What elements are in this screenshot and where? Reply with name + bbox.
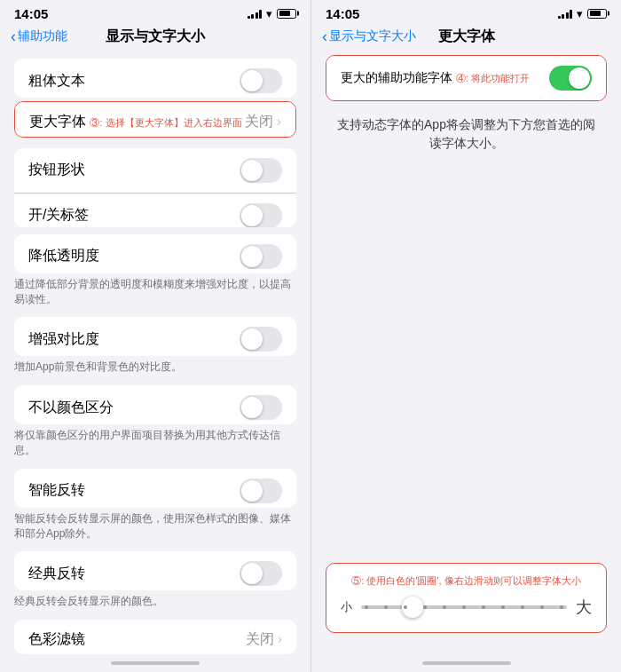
classic-invert-label: 经典反转 [28, 565, 240, 583]
larger-text-value: 关闭 [245, 113, 273, 131]
button-shapes-label: 按钮形状 [28, 161, 240, 179]
nav-title-left: 显示与文字大小 [106, 28, 205, 46]
font-size-slider-section: ⑤: 使用白色的'圆圈', 像右边滑动则可以调整字体大小 小 [326, 563, 607, 633]
accessibility-font-annotation: ④: 将此功能打开 [456, 73, 530, 83]
larger-text-label: 更大字体 ③: 选择【更大字体】进入右边界面 [29, 113, 245, 131]
nav-bar-right: ‹ 显示与文字大小 更大字体 [311, 25, 621, 51]
bold-text-toggle[interactable] [240, 68, 282, 93]
larger-text-annotation: ③: 选择【更大字体】进入右边界面 [90, 117, 241, 128]
right-description: 支持动态字体的App将会调整为下方您首选的阅读字体大小。 [311, 105, 621, 163]
accessibility-font-label: 更大的辅助功能字体 ④: 将此功能打开 [341, 70, 549, 86]
font-size-slider[interactable] [361, 605, 567, 609]
group-bold-text: 粗体文本 [14, 59, 296, 98]
list-item-smart-invert[interactable]: 智能反转 [14, 469, 296, 508]
differentiate-toggle[interactable] [240, 395, 282, 420]
group-larger-text: 更大字体 ③: 选择【更大字体】进入右边界面 关闭 › [14, 101, 296, 138]
wifi-icon-right: ▾ [577, 7, 583, 20]
smart-invert-label: 智能反转 [28, 481, 240, 500]
increase-contrast-description: 增加App前景色和背景色的对比度。 [0, 356, 310, 382]
right-content: 更大的辅助功能字体 ④: 将此功能打开 支持动态字体的App将会调整为下方您首选… [311, 51, 621, 654]
group-increase-contrast: 增强对比度 [14, 317, 296, 356]
larger-text-chevron-icon: › [277, 114, 281, 130]
home-indicator-right [311, 654, 621, 672]
list-item-accessibility-font[interactable]: 更大的辅助功能字体 ④: 将此功能打开 [326, 56, 606, 100]
differentiate-description: 将仅靠颜色区分的用户界面项目替换为用其他方式传达信息。 [0, 424, 310, 465]
classic-invert-description: 经典反转会反转显示屏的颜色。 [0, 590, 310, 616]
group-smart-invert: 智能反转 [14, 469, 296, 508]
group-color-filters: 色彩滤镜 关闭 › [14, 620, 296, 654]
increase-contrast-toggle[interactable] [240, 327, 282, 352]
smart-invert-toggle[interactable] [240, 478, 282, 503]
color-filters-chevron-icon: › [278, 631, 282, 647]
back-button-left[interactable]: ‹ 辅助功能 [11, 28, 67, 44]
status-bar-left: 14:05 ▾ [0, 0, 310, 25]
list-item-larger-text[interactable]: 更大字体 ③: 选择【更大字体】进入右边界面 关闭 › [15, 102, 295, 138]
slider-dots [361, 605, 567, 609]
back-button-right[interactable]: ‹ 显示与文字大小 [322, 28, 416, 44]
wifi-icon: ▾ [266, 7, 272, 20]
group-differentiate: 不以颜色区分 [14, 385, 296, 424]
increase-contrast-label: 增强对比度 [28, 330, 240, 349]
button-shapes-toggle[interactable] [240, 158, 282, 183]
reduce-transparency-description: 通过降低部分背景的透明度和模糊度来增强对比度，以提高易读性。 [0, 273, 310, 314]
bold-text-label: 粗体文本 [28, 72, 240, 91]
list-item-color-filters[interactable]: 色彩滤镜 关闭 › [14, 620, 296, 654]
nav-bar-left: ‹ 辅助功能 显示与文字大小 [0, 25, 310, 51]
slider-label-large: 大 [576, 597, 592, 618]
back-label-left: 辅助功能 [18, 28, 67, 44]
status-icons-right: ▾ [558, 7, 608, 20]
on-off-labels-label: 开/关标签 [28, 206, 240, 225]
list-item-reduce-transparency[interactable]: 降低透明度 [14, 234, 296, 273]
battery-icon [277, 9, 296, 19]
reduce-transparency-label: 降低透明度 [28, 247, 240, 265]
smart-invert-description: 智能反转会反转显示屏的颜色，使用深色样式的图像、媒体和部分App除外。 [0, 508, 310, 549]
battery-icon-right [587, 9, 607, 19]
accessibility-font-toggle[interactable] [549, 66, 592, 91]
signal-icon-right [558, 8, 573, 19]
color-filters-value: 关闭 [246, 630, 274, 649]
time-left: 14:05 [14, 6, 48, 21]
list-item-button-shapes[interactable]: 按钮形状 [14, 148, 296, 194]
color-filters-label: 色彩滤镜 [28, 630, 246, 649]
on-off-labels-toggle[interactable] [240, 203, 282, 227]
list-item-classic-invert[interactable]: 经典反转 [14, 551, 296, 590]
list-item-on-off-labels[interactable]: 开/关标签 [14, 194, 296, 227]
nav-title-right: 更大字体 [438, 28, 495, 46]
home-indicator-left [0, 654, 310, 672]
classic-invert-toggle[interactable] [240, 561, 282, 586]
signal-icon [248, 8, 263, 19]
slider-label-small: 小 [341, 599, 352, 615]
chevron-left-icon-right: ‹ [322, 28, 327, 44]
time-right: 14:05 [326, 6, 359, 21]
right-screen: 14:05 ▾ ‹ 显示与文字大小 更大字体 更大的辅助功能字体 ④: 将此功 [310, 0, 621, 672]
differentiate-label: 不以颜色区分 [28, 399, 240, 417]
group-display-options: 按钮形状 开/关标签 [14, 148, 296, 227]
slider-annotation: ⑤: 使用白色的'圆圈', 像右边滑动则可以调整字体大小 [341, 574, 592, 588]
chevron-left-icon: ‹ [11, 28, 16, 44]
list-item-increase-contrast[interactable]: 增强对比度 [14, 317, 296, 356]
status-icons-left: ▾ [248, 7, 297, 20]
group-accessibility-font: 更大的辅助功能字体 ④: 将此功能打开 [326, 55, 607, 101]
slider-row: 小 [341, 597, 592, 618]
left-screen: 14:05 ▾ ‹ 辅助功能 显示与文字大小 粗体文本 [0, 0, 310, 672]
group-classic-invert: 经典反转 [14, 551, 296, 590]
group-reduce-transparency: 降低透明度 [14, 234, 296, 273]
list-item-differentiate[interactable]: 不以颜色区分 [14, 385, 296, 424]
reduce-transparency-toggle[interactable] [240, 244, 282, 269]
back-label-right: 显示与文字大小 [329, 28, 416, 44]
status-bar-right: 14:05 ▾ [311, 0, 621, 25]
settings-list-left: 粗体文本 更大字体 ③: 选择【更大字体】进入右边界面 关闭 › 按钮形状 [0, 51, 310, 654]
list-item-bold-text[interactable]: 粗体文本 [14, 59, 296, 98]
